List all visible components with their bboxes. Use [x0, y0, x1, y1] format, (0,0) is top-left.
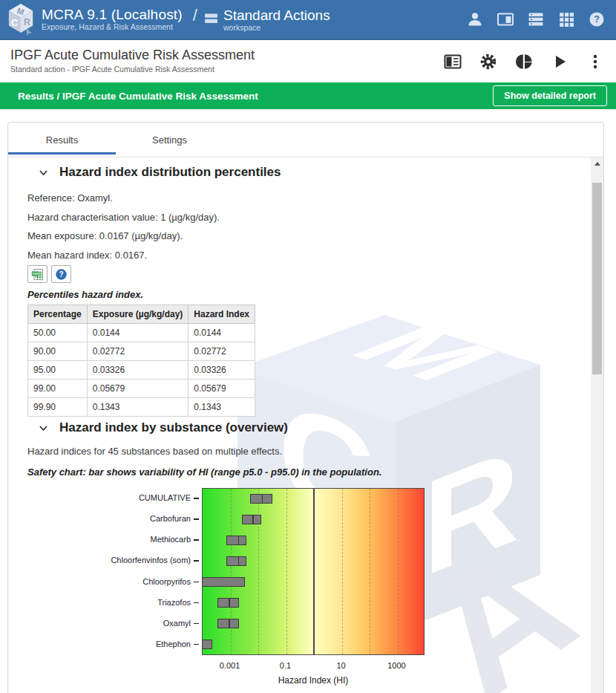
apps-grid-icon[interactable]	[557, 10, 575, 28]
page-subtitle: Standard action - IPGF Acute Cumulative …	[10, 65, 255, 74]
chart-axis-tick-dash	[194, 623, 199, 625]
results-breadcrumb-bar: Results / IPGF Acute Cumulative Risk Ass…	[0, 82, 616, 109]
chart-bar-median	[252, 515, 254, 524]
chart-gridline	[342, 489, 343, 654]
tab-label: Settings	[152, 134, 187, 146]
more-menu-icon[interactable]	[586, 53, 604, 71]
chart-axis-tick-dash	[194, 498, 199, 499]
chart-bar-median	[262, 494, 263, 504]
chart-bar	[226, 536, 247, 545]
top-navbar: M C R A MCRA 9.1 (Localhost) Exposure, H…	[0, 0, 616, 40]
hazard-index-chart: CUMULATIVECarbofuranMethiocarbChloorfenv…	[8, 157, 591, 693]
help-icon[interactable]: ?	[588, 10, 606, 28]
workspace-icon	[205, 13, 218, 25]
chart-gridline	[398, 489, 399, 654]
chart-bar	[250, 494, 272, 504]
chart-bar	[217, 598, 239, 608]
workspace-subtitle: workspace	[223, 24, 330, 32]
action-header: IPGF Acute Cumulative Risk Assessment St…	[0, 40, 616, 82]
chart-axis-tick-dash	[194, 560, 199, 562]
topbar-icon-group: ?	[466, 10, 606, 28]
workspace-title: Standard Actions	[223, 8, 330, 23]
chart-x-tick-label: 1000	[371, 661, 423, 670]
mcra-cube-logo-icon: M C R A	[7, 3, 35, 36]
app-title[interactable]: MCRA 9.1 (Localhost)	[42, 7, 183, 22]
chart-bar	[242, 515, 261, 524]
breadcrumb: Results / IPGF Acute Cumulative Risk Ass…	[18, 91, 258, 102]
chart-bar-median	[229, 598, 230, 608]
logo-letter-a: A	[24, 27, 33, 36]
chart-x-tick-label: 10	[315, 661, 367, 670]
chart-gridline	[258, 489, 259, 654]
chart-bar	[202, 640, 212, 649]
server-list-icon[interactable]	[527, 10, 545, 28]
pie-chart-icon[interactable]	[515, 53, 533, 71]
chart-axis-tick-dash	[194, 644, 199, 645]
chart-gridline	[370, 489, 370, 654]
chart-category-label: Chloorpyrifos	[45, 577, 191, 586]
chart-gridline	[231, 489, 232, 654]
chart-x-axis-title: Hazard Index (HI)	[202, 675, 425, 686]
show-detailed-report-button[interactable]: Show detailed report	[493, 85, 607, 106]
tab-results[interactable]: Results	[8, 123, 116, 157]
app-subtitle: Exposure, Hazard & Risk Assessment	[42, 23, 183, 31]
chart-reference-line	[313, 489, 315, 654]
chart-category-label: Carbofuran	[45, 514, 191, 523]
chart-bar-median	[238, 536, 240, 545]
chart-bar-median	[238, 556, 240, 566]
chart-bar	[226, 556, 247, 566]
settings-gear-icon[interactable]	[479, 53, 497, 71]
workspace-link[interactable]: Standard Actions workspace	[205, 8, 330, 33]
tab-label: Results	[46, 134, 78, 146]
scroll-up-arrow-icon[interactable]	[591, 157, 603, 170]
app-brand-text[interactable]: MCRA 9.1 (Localhost) Exposure, Hazard & …	[42, 7, 183, 32]
window-panel-icon[interactable]	[497, 10, 514, 28]
user-icon[interactable]	[466, 10, 484, 28]
report-panel-icon[interactable]	[444, 53, 462, 71]
chart-axis-tick-dash	[194, 539, 199, 541]
chart-category-label: CUMULATIVE	[45, 493, 191, 502]
chart-category-label: Methiocarb	[45, 535, 191, 544]
action-icon-group	[444, 53, 604, 71]
chart-axis-tick-dash	[194, 582, 199, 583]
chart-axis-tick-dash	[194, 602, 199, 604]
page-title: IPGF Acute Cumulative Risk Assessment	[10, 48, 255, 63]
vertical-scrollbar[interactable]	[591, 157, 603, 693]
chart-axis-tick-dash	[194, 518, 199, 520]
svg-text:?: ?	[594, 14, 600, 25]
breadcrumb-separator: /	[193, 6, 197, 25]
run-icon[interactable]	[551, 53, 569, 71]
chart-category-label: Chloorfenvinfos (som)	[45, 556, 191, 565]
chart-bar-median	[229, 619, 230, 628]
logo-letter-r: R	[24, 17, 30, 27]
chart-category-label: Ethephon	[45, 640, 191, 648]
chart-bar	[217, 619, 239, 628]
results-container: Results Settings M C R A Hazard index di…	[7, 122, 604, 693]
chart-category-label: Triazofos	[45, 598, 191, 607]
chart-gridline	[286, 489, 287, 654]
chart-x-tick-label: 0.001	[204, 661, 256, 670]
chart-x-tick-label: 0.1	[260, 661, 312, 670]
tab-bar: Results Settings	[8, 123, 603, 157]
chart-category-label: Oxamyl	[45, 619, 191, 628]
scrollbar-thumb[interactable]	[592, 183, 602, 374]
chart-bar	[202, 577, 245, 587]
tab-settings[interactable]: Settings	[116, 123, 223, 157]
results-scroll-area: M C R A Hazard index distribution percen…	[8, 157, 591, 693]
chart-plot-area	[202, 488, 425, 655]
mcra-logo[interactable]: M C R A	[7, 3, 35, 36]
logo-letter-c: C	[11, 19, 18, 29]
